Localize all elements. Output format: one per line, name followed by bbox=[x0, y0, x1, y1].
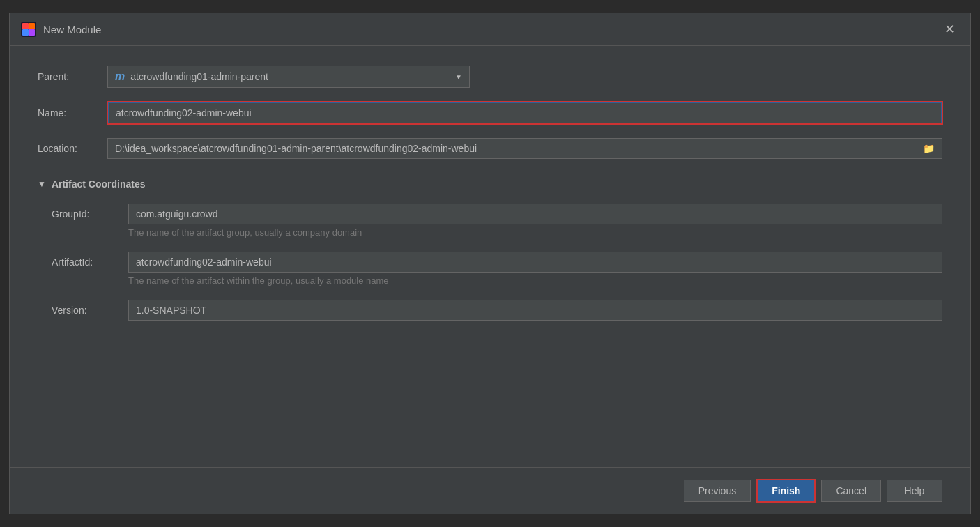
parent-control-wrapper: m atcrowdfunding01-admin-parent ▼ bbox=[107, 66, 942, 88]
svg-rect-2 bbox=[29, 23, 35, 29]
version-input-wrapper bbox=[128, 300, 942, 321]
parent-row: Parent: m atcrowdfunding01-admin-parent … bbox=[38, 66, 942, 88]
groupid-hint: The name of the artifact group, usually … bbox=[128, 227, 942, 238]
cancel-button[interactable]: Cancel bbox=[821, 480, 881, 502]
artifactid-row: ArtifactId: The name of the artifact wit… bbox=[52, 252, 942, 296]
artifactid-label: ArtifactId: bbox=[52, 252, 128, 268]
help-button[interactable]: Help bbox=[887, 480, 942, 502]
location-row: Location: D:\idea_workspace\atcrowdfundi… bbox=[38, 138, 942, 159]
chevron-down-icon: ▼ bbox=[455, 73, 462, 81]
svg-rect-3 bbox=[22, 29, 29, 36]
groupid-label: GroupId: bbox=[52, 204, 128, 220]
button-bar: Previous Finish Cancel Help bbox=[10, 467, 970, 514]
location-label: Location: bbox=[38, 143, 107, 154]
location-field[interactable]: D:\idea_workspace\atcrowdfunding01-admin… bbox=[107, 138, 942, 159]
parent-dropdown[interactable]: m atcrowdfunding01-admin-parent ▼ bbox=[107, 66, 470, 88]
location-control-wrapper: D:\idea_workspace\atcrowdfunding01-admin… bbox=[107, 138, 942, 159]
artifactid-input[interactable] bbox=[128, 252, 942, 273]
artifact-coordinates-header: ▼ Artifact Coordinates bbox=[38, 178, 942, 190]
title-bar-left: New Module bbox=[21, 22, 101, 37]
name-row: Name: bbox=[38, 102, 942, 124]
name-input[interactable] bbox=[107, 102, 942, 124]
groupid-input-wrapper: The name of the artifact group, usually … bbox=[128, 204, 942, 247]
title-bar: New Module ✕ bbox=[10, 13, 970, 46]
dialog-content: Parent: m atcrowdfunding01-admin-parent … bbox=[10, 46, 970, 467]
svg-rect-4 bbox=[29, 29, 35, 36]
name-label: Name: bbox=[38, 107, 107, 119]
groupid-input[interactable] bbox=[128, 204, 942, 224]
dialog-title: New Module bbox=[43, 24, 101, 36]
previous-button[interactable]: Previous bbox=[684, 480, 751, 502]
name-control-wrapper bbox=[107, 102, 942, 124]
groupid-row: GroupId: The name of the artifact group,… bbox=[52, 204, 942, 247]
parent-label: Parent: bbox=[38, 71, 107, 82]
version-label: Version: bbox=[52, 300, 128, 316]
close-button[interactable]: ✕ bbox=[940, 22, 959, 37]
maven-icon: m bbox=[115, 70, 125, 83]
artifactid-hint: The name of the artifact within the grou… bbox=[128, 275, 942, 286]
version-row: Version: bbox=[52, 300, 942, 321]
svg-rect-1 bbox=[22, 23, 29, 29]
collapse-icon[interactable]: ▼ bbox=[38, 179, 46, 189]
artifactid-input-wrapper: The name of the artifact within the grou… bbox=[128, 252, 942, 296]
location-value: D:\idea_workspace\atcrowdfunding01-admin… bbox=[115, 143, 923, 154]
new-module-dialog: New Module ✕ Parent: m atcrowdfunding01-… bbox=[9, 13, 971, 514]
artifact-section: GroupId: The name of the artifact group,… bbox=[52, 204, 942, 325]
folder-icon[interactable]: 📁 bbox=[923, 143, 935, 154]
version-input[interactable] bbox=[128, 300, 942, 321]
parent-value: atcrowdfunding01-admin-parent bbox=[130, 71, 450, 82]
app-icon bbox=[21, 22, 36, 37]
finish-button[interactable]: Finish bbox=[756, 479, 816, 503]
artifact-coordinates-title: Artifact Coordinates bbox=[52, 178, 146, 190]
